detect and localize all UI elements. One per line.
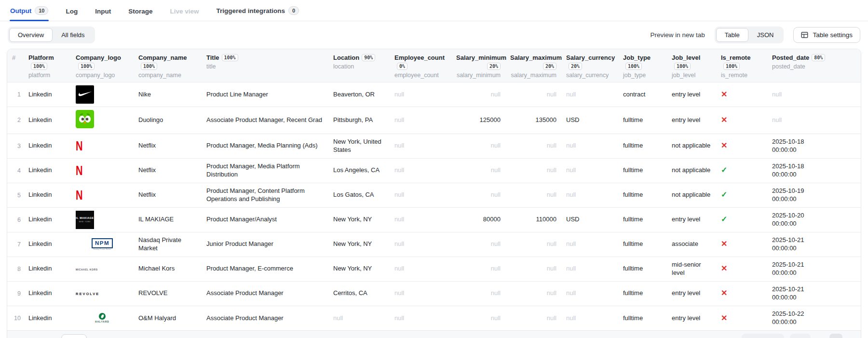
tab-output[interactable]: Output 10 <box>10 0 49 21</box>
cell-salary-currency: USD <box>561 107 618 134</box>
cell-location: New York, NY <box>328 207 390 232</box>
check-icon: ✓ <box>721 190 727 199</box>
cell-salary-maximum: null <box>505 134 561 158</box>
cell-company-name: Nasdaq Private Market <box>134 232 202 257</box>
column-header-employee_count[interactable]: Employee_count0%employee_count <box>390 49 451 82</box>
tab-input-label: Input <box>95 8 111 15</box>
table-settings-label: Table settings <box>813 31 853 39</box>
cell-job-level: not applicable <box>667 134 716 158</box>
cell-job-type: fulltime <box>618 183 667 207</box>
column-header-posted_date[interactable]: Posted_date80%posted_date <box>767 49 861 82</box>
table-row: 10LinkedinHALYARDO&M HalyardAssociate Pr… <box>7 306 861 330</box>
cell-location: New York, NY <box>328 257 390 281</box>
column-header-platform[interactable]: Platform100%platform <box>24 49 71 82</box>
cell-title: Product Manager, Media Planning (Ads) <box>202 134 328 158</box>
cell-company-logo: N <box>71 158 134 183</box>
dataset-table: #Platform100%platformCompany_logo100%com… <box>7 49 861 330</box>
cell-location: Los Gatos, CA <box>328 183 390 207</box>
cell-company-name: Netflix <box>134 158 202 183</box>
cell-posted-date: 2025-10-2000:00:00 <box>767 207 861 232</box>
cell-company-logo: N <box>71 134 134 158</box>
cell-company-name: IL MAKIAGE <box>134 207 202 232</box>
cell-salary-currency: null <box>561 281 618 306</box>
cell-employee-count: null <box>390 207 451 232</box>
cell-platform: Linkedin <box>24 107 71 134</box>
tab-log[interactable]: Log <box>65 1 78 21</box>
tab-triggered-integrations-label: Triggered integrations <box>217 7 285 14</box>
x-icon: ✕ <box>721 289 727 297</box>
cell-salary-minimum: null <box>451 281 505 306</box>
current-page-button[interactable]: 1 <box>829 334 842 338</box>
cell-salary-maximum: 135000 <box>505 107 561 134</box>
dataset-table-container: #Platform100%platformCompany_logo100%com… <box>7 49 861 338</box>
column-header-salary_currency[interactable]: Salary_currency20%salary_currency <box>561 49 618 82</box>
cell-company-name: Netflix <box>134 183 202 207</box>
column-header-job_type[interactable]: Job_type100%job_type <box>618 49 667 82</box>
fill-rate-badge: 100% <box>31 63 47 70</box>
chevron-left-icon[interactable]: ‹ <box>816 336 823 338</box>
cell-company-logo: NPMNasdaq Private Market <box>71 232 134 257</box>
column-header-salary_minimum[interactable]: Salary_minimum20%salary_minimum <box>451 49 505 82</box>
tab-input[interactable]: Input <box>95 1 111 21</box>
cell-platform: Linkedin <box>24 232 71 257</box>
column-header-company_logo[interactable]: Company_logo100%company_logo <box>71 49 134 82</box>
cell-job-level: entry level <box>667 281 716 306</box>
view-switch-all-fields[interactable]: All fields <box>53 28 93 42</box>
cell-salary-currency: null <box>561 134 618 158</box>
cell-title: Associate Product Manager <box>202 306 328 330</box>
x-icon: ✕ <box>721 240 727 248</box>
column-header-is_remote[interactable]: Is_remote100%is_remote <box>716 49 767 82</box>
cell-salary-minimum: 80000 <box>451 207 505 232</box>
view-switch-overview[interactable]: Overview <box>9 28 53 42</box>
cell-location: null <box>328 306 390 330</box>
tab-output-count-badge: 10 <box>35 6 48 15</box>
cell-salary-maximum: null <box>505 281 561 306</box>
cell-row-number: 1 <box>7 82 24 107</box>
cell-salary-maximum: null <box>505 257 561 281</box>
check-icon: ✓ <box>721 215 727 223</box>
cell-job-type: fulltime <box>618 257 667 281</box>
pagination-bar: Items per page: 50 Go to page: Go ‹ 1 › <box>7 330 861 338</box>
cell-salary-maximum: null <box>505 82 561 107</box>
cell-salary-currency: USD <box>561 207 618 232</box>
cell-employee-count: null <box>390 158 451 183</box>
cell-job-type: contract <box>618 82 667 107</box>
fill-rate-badge: 100% <box>222 54 238 61</box>
column-header-company_name[interactable]: Company_name100%company_name <box>134 49 202 82</box>
tab-storage-label: Storage <box>128 8 152 15</box>
cell-salary-currency: null <box>561 257 618 281</box>
cell-platform: Linkedin <box>24 281 71 306</box>
tab-log-label: Log <box>66 8 78 15</box>
format-switch-table[interactable]: Table <box>716 28 748 42</box>
column-header-salary_maximum[interactable]: Salary_maximum20%salary_maximum <box>505 49 561 82</box>
cell-employee-count: null <box>390 82 451 107</box>
tab-storage[interactable]: Storage <box>128 1 153 21</box>
format-switch-json[interactable]: JSON <box>748 28 783 42</box>
table-row: 6LinkedinIL MAKIAGENEW YORKIL MAKIAGEPro… <box>7 207 861 232</box>
table-row: 2LinkedinDuolingoAssociate Product Manag… <box>7 107 861 134</box>
cell-is-remote: ✕ <box>716 107 767 134</box>
cell-job-level: not applicable <box>667 158 716 183</box>
table-settings-button[interactable]: Table settings <box>793 27 860 43</box>
cell-salary-maximum: null <box>505 183 561 207</box>
go-button[interactable]: Go <box>790 334 811 338</box>
cell-is-remote: ✓ <box>716 158 767 183</box>
column-header-job_level[interactable]: Job_level100%job_level <box>667 49 716 82</box>
items-per-page-select[interactable]: 50 <box>61 334 86 338</box>
cell-job-type: fulltime <box>618 107 667 134</box>
column-header-title[interactable]: Title100%title <box>202 49 328 82</box>
cell-row-number: 2 <box>7 107 24 134</box>
cell-salary-currency: null <box>561 82 618 107</box>
tab-triggered-integrations[interactable]: Triggered integrations 0 <box>216 0 300 21</box>
cell-company-logo: REVOLVE <box>71 281 134 306</box>
go-to-page-input[interactable] <box>742 334 784 338</box>
cell-title: Product Manager, Content Platform Operat… <box>202 183 328 207</box>
preview-in-new-tab-link[interactable]: Preview in new tab <box>650 31 705 39</box>
column-header-location[interactable]: Location90%location <box>328 49 390 82</box>
fill-rate-badge: 20% <box>569 63 582 70</box>
table-body: 1LinkedinNikeProduct Line ManagerBeavert… <box>7 82 861 331</box>
cell-location: Beaverton, OR <box>328 82 390 107</box>
cell-company-name: Netflix <box>134 134 202 158</box>
table-row: 8LinkedinMICHAEL KORSMichael KorsProduct… <box>7 257 861 281</box>
chevron-right-icon[interactable]: › <box>848 336 855 338</box>
